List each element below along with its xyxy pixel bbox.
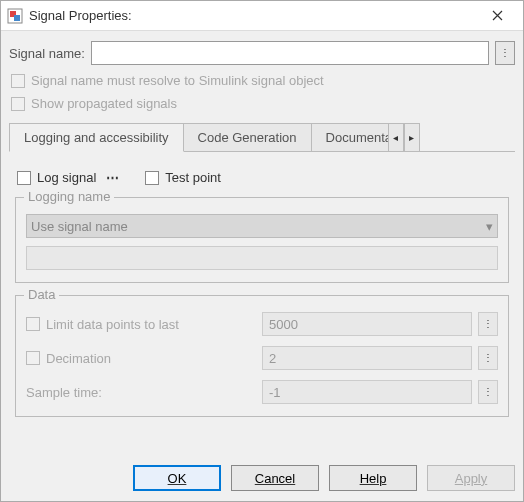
app-icon xyxy=(7,8,23,24)
decimation-row: Decimation 2 xyxy=(26,346,498,370)
ellipsis-icon xyxy=(106,170,119,185)
limit-label: Limit data points to last xyxy=(46,317,179,332)
dialog-title: Signal Properties: xyxy=(29,8,477,23)
propagated-check-row: Show propagated signals xyxy=(9,96,515,111)
tab-scroll-left[interactable]: ◂ xyxy=(388,123,404,151)
tab-document[interactable]: Documentation xyxy=(311,123,389,151)
svg-rect-2 xyxy=(14,15,20,21)
log-options-row: Log signal Test point xyxy=(15,170,509,185)
sample-time-more-button xyxy=(478,380,498,404)
decimation-value: 2 xyxy=(262,346,472,370)
help-button[interactable]: Help xyxy=(329,465,417,491)
sample-time-value: -1 xyxy=(262,380,472,404)
resolve-check-row: Signal name must resolve to Simulink sig… xyxy=(9,73,515,88)
ok-button[interactable]: OK xyxy=(133,465,221,491)
tab-codegen[interactable]: Code Generation xyxy=(183,123,312,151)
limit-more-button xyxy=(478,312,498,336)
limit-row: Limit data points to last 5000 xyxy=(26,312,498,336)
log-signal-check[interactable]: Log signal xyxy=(15,170,119,185)
limit-checkbox xyxy=(26,317,40,331)
propagated-checkbox xyxy=(11,97,25,111)
signal-name-label: Signal name: xyxy=(9,46,85,61)
resolve-checkbox xyxy=(11,74,25,88)
sample-time-row: Sample time: -1 xyxy=(26,380,498,404)
log-signal-label: Log signal xyxy=(37,170,96,185)
log-signal-checkbox[interactable] xyxy=(17,171,31,185)
vdots-icon xyxy=(500,48,510,58)
limit-value: 5000 xyxy=(262,312,472,336)
signal-name-row: Signal name: xyxy=(9,41,515,65)
signal-name-more-button[interactable] xyxy=(495,41,515,65)
signal-name-input[interactable] xyxy=(91,41,489,65)
tab-logging[interactable]: Logging and accessibility xyxy=(9,123,184,152)
vdots-icon xyxy=(483,387,493,397)
sample-time-label: Sample time: xyxy=(26,385,102,400)
resolve-label: Signal name must resolve to Simulink sig… xyxy=(31,73,324,88)
tabbar: Logging and accessibility Code Generatio… xyxy=(9,123,515,152)
tab-content-logging: Log signal Test point Logging name Use s… xyxy=(9,160,515,427)
data-legend: Data xyxy=(24,287,59,302)
decimation-more-button xyxy=(478,346,498,370)
content-area: Signal name: Signal name must resolve to… xyxy=(1,31,523,455)
logging-name-fieldset: Logging name Use signal name ▾ xyxy=(15,197,509,283)
button-bar: OK Cancel Help Apply xyxy=(1,455,523,501)
close-button[interactable] xyxy=(477,2,517,30)
logging-name-select: Use signal name ▾ xyxy=(26,214,498,238)
chevron-down-icon: ▾ xyxy=(486,219,493,234)
titlebar: Signal Properties: xyxy=(1,1,523,31)
logging-name-custom-input xyxy=(26,246,498,270)
tab-scroll-right[interactable]: ▸ xyxy=(404,123,420,151)
data-fieldset: Data Limit data points to last 5000 Deci… xyxy=(15,295,509,417)
decimation-label: Decimation xyxy=(46,351,111,366)
vdots-icon xyxy=(483,319,493,329)
cancel-button[interactable]: Cancel xyxy=(231,465,319,491)
propagated-label: Show propagated signals xyxy=(31,96,177,111)
test-point-label: Test point xyxy=(165,170,221,185)
decimation-checkbox xyxy=(26,351,40,365)
logging-name-legend: Logging name xyxy=(24,189,114,204)
signal-properties-dialog: Signal Properties: Signal name: Signal n… xyxy=(0,0,524,502)
test-point-check[interactable]: Test point xyxy=(143,170,221,185)
logging-name-select-value: Use signal name xyxy=(31,219,128,234)
apply-button: Apply xyxy=(427,465,515,491)
test-point-checkbox[interactable] xyxy=(145,171,159,185)
vdots-icon xyxy=(483,353,493,363)
